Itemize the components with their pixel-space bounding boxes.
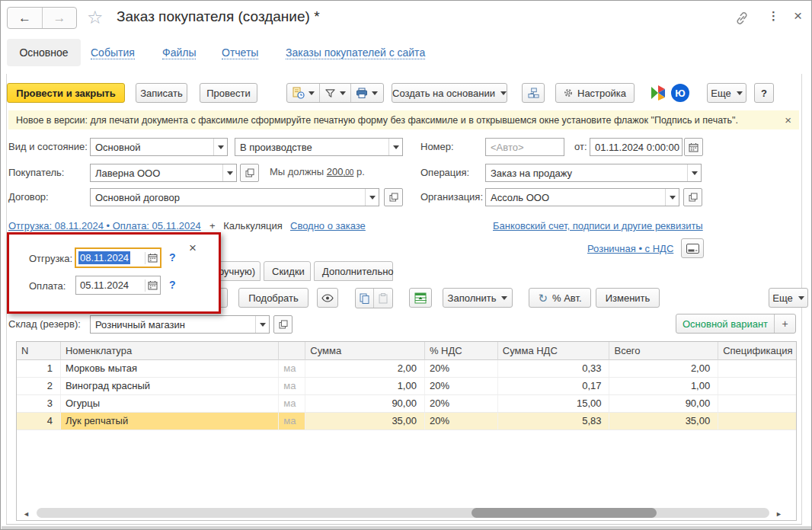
- date-from-label: от:: [574, 141, 587, 152]
- table-row[interactable]: 3 Огурцы ма 90,00 20% 15,00 90,00: [17, 395, 796, 413]
- window-menu-icon[interactable]: ⋮: [768, 9, 779, 23]
- customer-select[interactable]: Лаверна ООО: [90, 164, 237, 182]
- history-nav-group: ← →: [7, 7, 77, 29]
- tab-reports[interactable]: Отчеты: [222, 46, 258, 59]
- filter-dropdown[interactable]: [319, 84, 350, 102]
- contract-select[interactable]: Основной договор: [90, 188, 379, 206]
- variant-button[interactable]: Основной вариант: [676, 318, 774, 330]
- tab-main[interactable]: Основное: [7, 39, 81, 66]
- dropdown-arrow-icon[interactable]: [388, 139, 402, 155]
- calendar-icon[interactable]: [148, 280, 158, 290]
- post-button[interactable]: Провести: [200, 83, 257, 103]
- view-button[interactable]: [317, 288, 338, 308]
- tab-site-orders[interactable]: Заказы покупателей с сайта: [286, 46, 425, 59]
- back-button[interactable]: ←: [8, 8, 43, 28]
- print-dropdown[interactable]: [350, 84, 382, 102]
- dropdown-arrow-icon[interactable]: [665, 189, 679, 206]
- warehouse-select[interactable]: Розничный магазин: [90, 315, 270, 334]
- number-input[interactable]: <Авто>: [485, 138, 564, 156]
- date-calendar-button[interactable]: [684, 138, 703, 156]
- customer-open-button[interactable]: [240, 164, 259, 182]
- col-header-spec[interactable]: Спецификация: [718, 342, 796, 360]
- date-input[interactable]: 01.11.2024 0:00:00: [590, 138, 683, 156]
- structure-report-button[interactable]: [522, 83, 545, 103]
- table-more-button[interactable]: Еще: [769, 288, 808, 308]
- fill-button[interactable]: Заполнить: [443, 288, 513, 308]
- spreadsheet-button[interactable]: [409, 288, 432, 308]
- change-button[interactable]: Изменить: [596, 288, 660, 308]
- help-button[interactable]: ?: [754, 83, 774, 103]
- order-kind-select[interactable]: Основной: [90, 138, 228, 156]
- payment-help-icon[interactable]: ?: [169, 279, 176, 291]
- bitrix-service-icon[interactable]: [650, 85, 667, 101]
- popup-close-icon[interactable]: ×: [189, 241, 197, 256]
- copy-paste-group: [355, 288, 393, 308]
- shipping-payment-link[interactable]: Отгрузка: 08.11.2024 • Оплата: 05.11.202…: [8, 220, 201, 231]
- toolbar-icon-group: [286, 83, 384, 103]
- warehouse-open-button[interactable]: [273, 315, 293, 334]
- col-header-total[interactable]: Всего: [609, 342, 718, 360]
- order-state-select[interactable]: В производстве: [235, 138, 403, 156]
- dropdown-arrow-icon[interactable]: [222, 164, 236, 181]
- operation-select[interactable]: Заказ на продажу: [485, 164, 702, 182]
- table-row[interactable]: 1 Морковь мытая ма 2,00 20% 0,33 2,00: [17, 360, 796, 378]
- toolbar-more-button[interactable]: Еще: [707, 83, 746, 103]
- dropdown-arrow-icon[interactable]: [213, 139, 227, 155]
- tab-files[interactable]: Файлы: [162, 46, 196, 59]
- tab-discounts[interactable]: Скидки: [264, 261, 311, 281]
- col-header-vat[interactable]: % НДС: [425, 342, 498, 360]
- document-schedule-dropdown[interactable]: [288, 84, 319, 102]
- printer-icon: [356, 88, 368, 99]
- col-header-item[interactable]: Номенклатура: [61, 342, 279, 360]
- pick-button[interactable]: Подобрать: [238, 288, 308, 308]
- contract-open-button[interactable]: [384, 188, 403, 206]
- create-on-basis-button[interactable]: Создать на основании: [392, 83, 507, 103]
- tab-additional[interactable]: Дополнительно: [314, 261, 393, 281]
- dropdown-arrow-icon[interactable]: [365, 189, 379, 206]
- calculation-label: Калькуляция: [223, 220, 283, 231]
- tab-events[interactable]: События: [91, 46, 135, 59]
- organization-select[interactable]: Ассоль ООО: [485, 188, 679, 206]
- horizontal-scrollbar-thumb[interactable]: [472, 508, 657, 518]
- table-more-label: Еще: [772, 292, 792, 304]
- plus-icon[interactable]: +: [209, 220, 216, 231]
- col-header-n[interactable]: N: [17, 342, 61, 360]
- banner-close-icon[interactable]: ×: [785, 113, 791, 126]
- scroll-left-arrow[interactable]: ◄: [23, 509, 30, 519]
- post-and-close-button[interactable]: Провести и закрыть: [7, 83, 125, 103]
- copy-link-icon[interactable]: [734, 11, 750, 26]
- debt-amount-link[interactable]: 200,00: [327, 166, 354, 177]
- settings-button[interactable]: Настройка: [555, 83, 635, 103]
- paste-rows-button[interactable]: [374, 289, 392, 308]
- window-close-icon[interactable]: ×: [794, 8, 802, 24]
- copy-rows-button[interactable]: [356, 289, 374, 308]
- price-card-button[interactable]: [681, 238, 704, 258]
- table-row[interactable]: 2 Виноград красный ма 1,00 20% 0,17 1,00: [17, 378, 796, 395]
- price-type-link[interactable]: Розничная • с НДС: [587, 243, 673, 254]
- copy-icon: [360, 293, 369, 304]
- calendar-icon[interactable]: [148, 253, 158, 263]
- popup-payment-input[interactable]: 05.11.2024: [75, 276, 161, 295]
- col-header-clipped[interactable]: [279, 342, 305, 360]
- dropdown-arrow-icon[interactable]: [687, 164, 701, 181]
- dropdown-arrow-icon[interactable]: [255, 316, 269, 333]
- col-header-vat-sum[interactable]: Сумма НДС: [498, 342, 610, 360]
- post-and-close-label: Провести и закрыть: [16, 88, 115, 99]
- write-button[interactable]: Записать: [136, 83, 187, 103]
- col-header-sum[interactable]: Сумма: [305, 342, 425, 360]
- shipping-help-icon[interactable]: ?: [169, 251, 176, 263]
- yukassa-icon[interactable]: Ю: [671, 84, 689, 102]
- tab-goods-partial[interactable]: ручную): [215, 261, 261, 281]
- horizontal-scrollbar-track[interactable]: [37, 508, 769, 518]
- bank-account-link[interactable]: Банковский счет, подписи и другие реквиз…: [493, 220, 703, 231]
- order-summary-link[interactable]: Сводно о заказе: [290, 220, 366, 231]
- table-row-selected[interactable]: 4 Лук репчатый ма 35,00 20% 5,83 35,00: [17, 413, 796, 430]
- favorite-star-icon[interactable]: ☆: [87, 7, 104, 28]
- calculation-expander[interactable]: + Калькуляция: [209, 220, 283, 231]
- auto-percent-button[interactable]: ↻ % Авт.: [529, 288, 591, 308]
- add-variant-button[interactable]: +: [774, 314, 795, 333]
- scroll-right-arrow[interactable]: ►: [775, 509, 782, 519]
- popup-shipping-input[interactable]: 08.11.2024: [75, 247, 161, 268]
- forward-button[interactable]: →: [43, 8, 76, 28]
- organization-open-button[interactable]: [683, 188, 702, 206]
